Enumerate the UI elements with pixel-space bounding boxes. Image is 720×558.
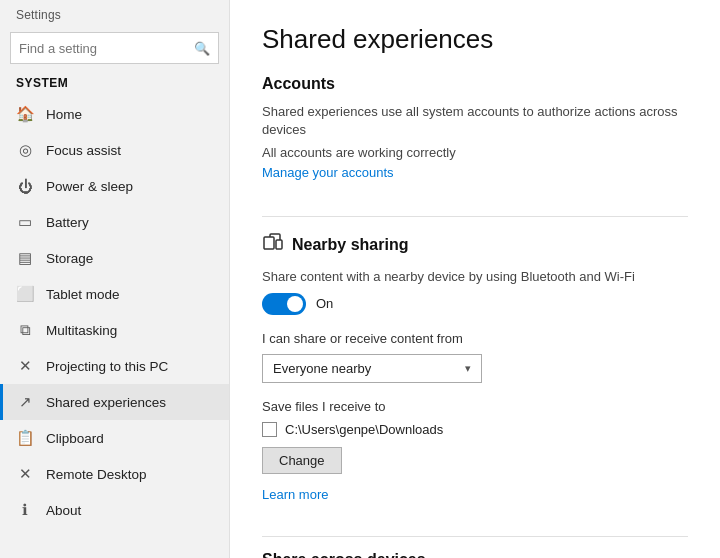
accounts-header: Accounts: [262, 75, 688, 93]
nearby-toggle-label: On: [316, 296, 333, 311]
search-input[interactable]: [19, 41, 194, 56]
nearby-sharing-icon: [262, 231, 284, 258]
settings-title: Settings: [0, 0, 229, 26]
accounts-status: All accounts are working correctly: [262, 145, 688, 160]
sidebar-item-about[interactable]: ℹ About: [0, 492, 229, 528]
section-divider: [262, 216, 688, 217]
sidebar-item-multitasking[interactable]: ⧉ Multitasking: [0, 312, 229, 348]
power-icon: ⏻: [16, 177, 34, 195]
manage-accounts-link[interactable]: Manage your accounts: [262, 165, 394, 180]
tablet-icon: ⬜: [16, 285, 34, 303]
sidebar-item-clipboard[interactable]: 📋 Clipboard: [0, 420, 229, 456]
svg-rect-1: [276, 240, 282, 249]
sidebar-item-storage[interactable]: ▤ Storage: [0, 240, 229, 276]
sidebar-item-label: About: [46, 503, 81, 518]
sidebar: Settings 🔍 System 🏠 Home ◎ Focus assist …: [0, 0, 230, 558]
sidebar-item-power-sleep[interactable]: ⏻ Power & sleep: [0, 168, 229, 204]
nearby-toggle[interactable]: [262, 293, 306, 315]
search-box[interactable]: 🔍: [10, 32, 219, 64]
search-icon: 🔍: [194, 41, 210, 56]
storage-icon: ▤: [16, 249, 34, 267]
multitasking-icon: ⧉: [16, 321, 34, 339]
nearby-toggle-row: On: [262, 293, 688, 315]
sidebar-item-label: Storage: [46, 251, 93, 266]
nearby-sharing-header: Nearby sharing: [292, 236, 408, 254]
receive-content-dropdown[interactable]: Everyone nearby ▾: [262, 354, 482, 383]
projecting-icon: ✕: [16, 357, 34, 375]
learn-more-link[interactable]: Learn more: [262, 487, 328, 502]
system-section-label: System: [0, 72, 229, 96]
remote-desktop-icon: ✕: [16, 465, 34, 483]
sidebar-item-label: Shared experiences: [46, 395, 166, 410]
sidebar-item-label: Tablet mode: [46, 287, 120, 302]
receive-content-label: I can share or receive content from: [262, 331, 688, 346]
nearby-desc: Share content with a nearby device by us…: [262, 268, 688, 286]
sidebar-item-focus-assist[interactable]: ◎ Focus assist: [0, 132, 229, 168]
sidebar-item-tablet-mode[interactable]: ⬜ Tablet mode: [0, 276, 229, 312]
clipboard-icon: 📋: [16, 429, 34, 447]
sidebar-item-battery[interactable]: ▭ Battery: [0, 204, 229, 240]
nearby-header-row: Nearby sharing: [262, 231, 688, 258]
toggle-knob: [287, 296, 303, 312]
main-content: Shared experiences Accounts Shared exper…: [230, 0, 720, 558]
sidebar-item-remote-desktop[interactable]: ✕ Remote Desktop: [0, 456, 229, 492]
sidebar-item-label: Focus assist: [46, 143, 121, 158]
sidebar-item-home[interactable]: 🏠 Home: [0, 96, 229, 132]
sidebar-item-label: Projecting to this PC: [46, 359, 168, 374]
home-icon: 🏠: [16, 105, 34, 123]
sidebar-item-shared-experiences[interactable]: ↗ Shared experiences: [0, 384, 229, 420]
page-title: Shared experiences: [262, 24, 688, 55]
sidebar-item-label: Clipboard: [46, 431, 104, 446]
change-button[interactable]: Change: [262, 447, 342, 474]
sidebar-item-label: Remote Desktop: [46, 467, 147, 482]
file-path-checkbox[interactable]: [262, 422, 277, 437]
chevron-down-icon: ▾: [465, 362, 471, 375]
accounts-desc: Shared experiences use all system accoun…: [262, 103, 688, 139]
svg-rect-0: [264, 237, 274, 249]
save-files-label: Save files I receive to: [262, 399, 688, 414]
dropdown-value: Everyone nearby: [273, 361, 371, 376]
battery-icon: ▭: [16, 213, 34, 231]
focus-assist-icon: ◎: [16, 141, 34, 159]
sidebar-item-label: Battery: [46, 215, 89, 230]
about-icon: ℹ: [16, 501, 34, 519]
sidebar-item-label: Home: [46, 107, 82, 122]
share-across-divider: [262, 536, 688, 537]
file-path-row: C:\Users\genpe\Downloads: [262, 422, 688, 437]
sidebar-item-label: Power & sleep: [46, 179, 133, 194]
share-across-header: Share across devices: [262, 551, 688, 558]
shared-experiences-icon: ↗: [16, 393, 34, 411]
sidebar-item-label: Multitasking: [46, 323, 117, 338]
sidebar-item-projecting[interactable]: ✕ Projecting to this PC: [0, 348, 229, 384]
file-path-text: C:\Users\genpe\Downloads: [285, 422, 443, 437]
